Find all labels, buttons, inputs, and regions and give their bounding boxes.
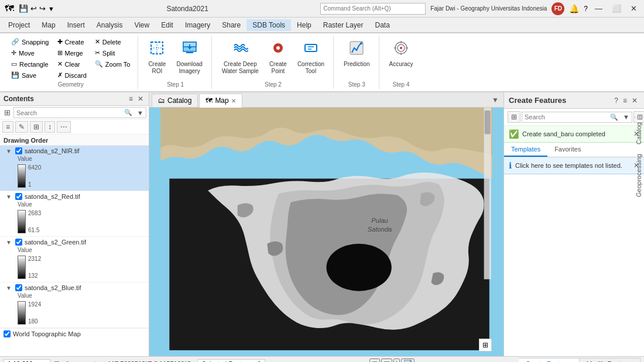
status-icon4[interactable]: 🔃 <box>401 358 415 363</box>
create-roi-btn[interactable]: CreateROI <box>144 37 170 78</box>
world-topo-checkbox[interactable] <box>4 330 11 337</box>
create-point-btn[interactable]: CreatePoint <box>265 37 291 78</box>
right-search-input[interactable] <box>522 112 608 122</box>
draw-order-btn[interactable]: ↕ <box>44 121 55 133</box>
group-btn[interactable]: ⊞ <box>30 121 43 133</box>
search-submit-btn[interactable]: 🔍 <box>122 108 135 118</box>
menu-imagery[interactable]: Imagery <box>179 19 216 31</box>
layer-item-world-topo[interactable]: World Topographic Map <box>0 328 149 339</box>
menu-view[interactable]: View <box>128 19 155 31</box>
right-panel-help-btn[interactable]: ? <box>612 96 620 105</box>
customize-btn[interactable]: ▼ <box>48 4 54 13</box>
more-btn[interactable]: ⋯ <box>57 121 71 133</box>
geoprocessing-vertical-tab[interactable]: Geoprocessing <box>633 149 644 202</box>
catalog-vertical-tab[interactable]: Catalog <box>633 117 644 149</box>
rectangle-btn[interactable]: ▭Rectangle <box>8 59 52 69</box>
blue-checkbox[interactable] <box>15 284 22 291</box>
menu-insert[interactable]: Insert <box>61 19 91 31</box>
layer-item-green[interactable]: ▼ satonda_s2_Green.tif Value 2312 132 <box>0 237 149 282</box>
menu-sdb-tools[interactable]: SDB Tools <box>246 19 291 31</box>
create-features-tab[interactable]: Create Features <box>519 358 580 362</box>
contents-menu-btn[interactable]: ≡ <box>127 95 135 103</box>
tab-map[interactable]: 🗺 Map ✕ <box>199 94 242 108</box>
delete-btn[interactable]: ✕Delete <box>92 37 133 47</box>
right-panel-close-btn[interactable]: ✕ <box>630 96 639 105</box>
water-icon <box>232 40 248 60</box>
red-value-label: Value <box>6 200 145 209</box>
status-icon1[interactable]: ⊞ <box>369 358 380 363</box>
create-deep-water-btn[interactable]: Create DeepWater Sample <box>218 37 263 78</box>
split-btn[interactable]: ✂Split <box>92 48 133 58</box>
menu-share[interactable]: Share <box>216 19 246 31</box>
undo-btn[interactable]: ↩ <box>30 4 37 13</box>
menu-analysis[interactable]: Analysis <box>91 19 129 31</box>
snapping-btn[interactable]: 🔗Snapping <box>8 37 52 47</box>
discard-btn[interactable]: ✗Discard <box>54 70 90 80</box>
status-btn2[interactable]: ⊕ <box>63 360 71 363</box>
status-icon2[interactable]: ▦ <box>381 358 392 363</box>
close-btn[interactable]: ✕ <box>628 4 639 13</box>
right-search-dropdown-btn[interactable]: ▼ <box>621 112 632 122</box>
edit-layers-btn[interactable]: ✎ <box>15 121 28 133</box>
tab-favorites[interactable]: Favorites <box>547 143 588 157</box>
tab-catalog[interactable]: 🗂 Catalog <box>152 94 198 107</box>
contents-close-btn[interactable]: ✕ <box>136 95 145 103</box>
red-checkbox[interactable] <box>15 193 22 200</box>
right-filter-btn[interactable]: ⊞ <box>508 111 520 123</box>
layer-item-blue[interactable]: ▼ satonda_s2_Blue.tif Value 1924 180 <box>0 282 149 328</box>
map-tool-btn[interactable]: ⊞ <box>479 339 492 351</box>
right-search-submit-btn[interactable]: 🔍 <box>608 112 621 122</box>
blue-expand[interactable]: ▼ <box>6 285 12 291</box>
status-btn4[interactable]: ↔ <box>82 360 91 363</box>
info-notification[interactable]: ℹ Click here to see templates not listed… <box>504 157 644 174</box>
nir-expand[interactable]: ▼ <box>6 148 12 154</box>
zoom-to-btn[interactable]: 🔍Zoom To <box>92 59 133 69</box>
correction-tool-btn[interactable]: CorrectionTool <box>293 37 328 78</box>
accuracy-btn[interactable]: Accuracy <box>385 37 417 71</box>
merge-btn[interactable]: ⊞Merge <box>54 48 90 58</box>
map-tab-arrow[interactable]: ▼ <box>489 94 501 106</box>
menu-edit[interactable]: Edit <box>155 19 179 31</box>
contents-search-input[interactable] <box>14 108 122 118</box>
minimize-btn[interactable]: — <box>592 4 605 13</box>
tab-templates[interactable]: Templates <box>504 143 547 157</box>
menu-help[interactable]: Help <box>291 19 317 31</box>
layer-list: ▼ satonda_s2_NIR.tif Value 6420 1 ▼ <box>0 146 149 356</box>
status-icon3[interactable]: | <box>393 358 400 363</box>
redo-btn[interactable]: ↪ <box>39 4 46 13</box>
status-btn3[interactable]: ↕ <box>74 360 80 363</box>
create-btn[interactable]: ✚Create <box>54 37 90 47</box>
layer-item-red[interactable]: ▼ satonda_s2_Red.tif Value 2683 61.5 <box>0 191 149 237</box>
save-btn[interactable]: 💾 <box>19 4 28 13</box>
notifications-btn[interactable]: 🔔 <box>569 4 579 13</box>
search-dropdown-btn[interactable]: ▼ <box>135 108 146 118</box>
map-tab-close[interactable]: ✕ <box>231 98 236 104</box>
prediction-btn[interactable]: Prediction <box>340 37 374 71</box>
status-btn5[interactable]: ▶ <box>94 360 101 363</box>
layer-item-nir[interactable]: ▼ satonda_s2_NIR.tif Value 6420 1 <box>0 146 149 191</box>
download-imagery-btn[interactable]: DownloadImagery <box>172 37 206 78</box>
menu-data[interactable]: Data <box>369 19 395 31</box>
menu-project[interactable]: Project <box>2 19 36 31</box>
menu-raster-layer[interactable]: Raster Layer <box>317 19 369 31</box>
modify-features-tab[interactable]: Modify Features <box>580 358 640 362</box>
create-roi-icon <box>149 40 165 60</box>
help-btn[interactable]: ? <box>584 5 588 13</box>
scale-input[interactable] <box>4 359 50 363</box>
map-viewport[interactable]: Pulau Satonda ⊞ <box>149 108 503 356</box>
move-btn[interactable]: ✛Move <box>8 48 52 58</box>
list-view-btn[interactable]: ≡ <box>2 121 13 133</box>
filter-btn[interactable]: ⊞ <box>2 107 12 118</box>
clear-btn[interactable]: ✕Clear <box>54 59 90 69</box>
nir-checkbox[interactable] <box>15 147 22 154</box>
status-btn1[interactable]: ⊞ <box>53 360 61 363</box>
status-sep2: | <box>194 360 196 363</box>
command-search-input[interactable] <box>321 4 425 14</box>
right-panel-menu-btn[interactable]: ≡ <box>621 96 629 105</box>
save-ribbon-btn[interactable]: 💾Save <box>8 70 52 80</box>
maximize-btn[interactable]: ⬜ <box>609 4 624 13</box>
menu-map[interactable]: Map <box>36 19 61 31</box>
green-expand[interactable]: ▼ <box>6 239 12 246</box>
red-expand[interactable]: ▼ <box>6 194 12 200</box>
green-checkbox[interactable] <box>15 239 22 246</box>
